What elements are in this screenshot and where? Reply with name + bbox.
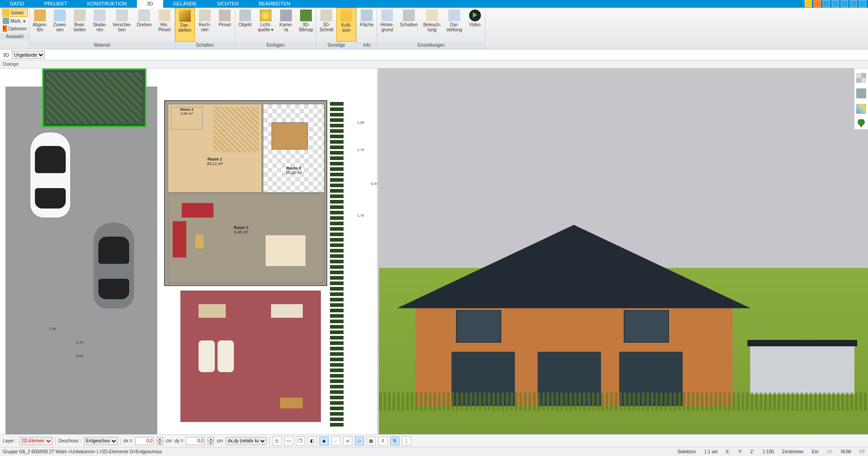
room-4: Raum 42,88 m² (171, 107, 203, 130)
wall-3d (415, 301, 732, 406)
window-3d (624, 310, 669, 343)
snap-grid-icon[interactable]: ◇ (355, 437, 364, 446)
tab-sichten[interactable]: SICHTEN (207, 0, 248, 8)
hash-icon[interactable]: # (378, 437, 388, 446)
dim-label: 2,26 (49, 327, 56, 331)
addon-icon[interactable] (814, 0, 821, 7)
tool-kollision[interactable]: Kolli- sion (336, 8, 356, 42)
sofa-2 (173, 221, 186, 257)
layer-select[interactable]: 2D-Elemen (19, 437, 53, 445)
mode-label: 3D (3, 52, 9, 58)
house-outline: Raum 42,88 m² Raum 120,11 m² Raum 325,00… (164, 100, 327, 286)
furniture-icon[interactable] (856, 88, 866, 98)
status-x: X: (726, 449, 730, 454)
tab-projekt[interactable]: PROJEKT (34, 0, 78, 8)
status-y: Y: (738, 449, 742, 454)
layer-toggle-icon[interactable]: ◧ (308, 437, 317, 446)
tab-gelaende[interactable]: GELÄNDE (163, 0, 207, 8)
snap-mid-icon[interactable]: ⧄ (343, 437, 352, 446)
tab-konstruktion[interactable]: KONSTRUKTION (77, 0, 136, 8)
chair-2 (218, 340, 234, 372)
tab-bearbeiten[interactable]: BEARBEITEN (249, 0, 301, 8)
tool-skalieren[interactable]: Skalie- ren (90, 8, 110, 42)
tool-hintergrund[interactable]: Hinter- grund (377, 8, 397, 42)
help-icon[interactable] (832, 0, 839, 7)
snap-pt-icon[interactable]: ◆ (320, 437, 329, 446)
tool-video[interactable]: Video (465, 8, 485, 42)
dy-input[interactable] (186, 437, 205, 445)
tool-zuweisen[interactable]: Zuwei- sen (50, 8, 70, 42)
grass-front (379, 393, 868, 411)
mark-button[interactable]: Mark.▾ (2, 17, 28, 24)
terrain-select[interactable]: Urgelände (12, 51, 45, 59)
text-cursor-icon[interactable]: ¦ (402, 437, 411, 446)
rel-select[interactable]: dx,dy (relativ ka (226, 437, 267, 445)
unit-cm: cm (166, 438, 172, 443)
tool-verschieben[interactable]: Verschie- ben (110, 8, 134, 42)
materials-icon[interactable] (856, 104, 866, 114)
table (265, 235, 306, 267)
optionen-label: Optionen (8, 26, 27, 31)
minimize-icon[interactable] (841, 0, 848, 7)
dy-spinner[interactable]: ▲▼ (208, 437, 214, 445)
grid-icon[interactable]: ▦ (367, 437, 376, 446)
tab-datei[interactable]: DATEI (0, 0, 34, 8)
tab-3d[interactable]: 3D (137, 0, 163, 8)
bench (271, 304, 303, 318)
coffee-table (195, 235, 204, 248)
close-icon[interactable] (859, 0, 866, 7)
clock-icon[interactable]: ◷ (272, 437, 281, 446)
notify-icon[interactable] (805, 0, 812, 7)
room-3: Raum 325,00 m² (263, 104, 325, 193)
snap-line-icon[interactable]: ⟋ (331, 437, 340, 446)
maximize-icon[interactable] (850, 0, 857, 7)
dim-label: 1,09 (357, 121, 364, 125)
tool-objekt[interactable]: Objekt (235, 8, 255, 42)
tool-flaeche[interactable]: Fläche (357, 8, 377, 42)
menu-bar: DATEI PROJEKT KONSTRUKTION 3D GELÄNDE SI… (0, 0, 868, 8)
settings-icon[interactable] (823, 0, 830, 7)
tool-abgreifen[interactable]: Abgrei- fen (30, 8, 50, 42)
screen-icon[interactable]: ▭ (284, 437, 293, 446)
selekt-button[interactable]: Selekt (2, 9, 28, 17)
unit-cm-2: cm (217, 438, 223, 443)
geschoss-select[interactable]: Erdgeschos (84, 437, 118, 445)
dim-label: 1,76 (357, 148, 364, 152)
status-uf: UF (827, 449, 833, 454)
car-2 (93, 223, 134, 309)
stack-icon[interactable]: ❐ (296, 437, 305, 446)
dim-label: 5,78 (76, 340, 83, 344)
tool-kamera[interactable]: Kame- ra (276, 8, 296, 42)
side-table (280, 398, 303, 408)
house-3d (415, 225, 732, 406)
tree-icon[interactable] (856, 119, 866, 129)
dim-label: 6,97³ (371, 182, 379, 186)
garage-3d (750, 344, 854, 394)
tool-3d-schnitt[interactable]: 3D- Schnitt (316, 8, 336, 42)
layers-icon[interactable] (856, 73, 866, 83)
3d-view[interactable] (379, 68, 868, 438)
play-icon (473, 12, 477, 18)
dx-input[interactable] (135, 437, 154, 445)
car-1 (30, 132, 71, 218)
tool-lichtquelle[interactable]: Licht- quelle ▾ (255, 8, 276, 42)
status-ein: Ein (812, 449, 818, 454)
layer-label: Layer : (3, 438, 17, 443)
tool-3d-bitmap[interactable]: 3D- Bitmap (296, 8, 316, 42)
terrace (180, 291, 321, 422)
floor-plan-view[interactable]: Raum 42,88 m² Raum 120,11 m² Raum 325,00… (0, 68, 379, 438)
tool-darstellen[interactable]: Dar- stellen (175, 8, 195, 42)
tool-bearbeiten[interactable]: Bear- beiten (70, 8, 90, 42)
tool-darstellung[interactable]: Dar- stellung (444, 8, 465, 42)
tool-rechnen[interactable]: Rech- nen (195, 8, 215, 42)
tool-pinsel[interactable]: Pinsel (215, 8, 235, 42)
north-icon[interactable]: N (390, 437, 399, 446)
dx-spinner[interactable]: ▲▼ (157, 437, 163, 445)
dim-label: 1,76 (357, 213, 364, 218)
tool-hin-pinsel[interactable]: Hin. Pinsel (155, 8, 175, 42)
tool-beleuchtung[interactable]: Beleuch- tung (421, 8, 444, 42)
tool-schatten[interactable]: Schatten (397, 8, 420, 42)
chair-1 (199, 340, 215, 372)
tool-drehen[interactable]: Drehen (134, 8, 155, 42)
optionen-button[interactable]: +Optionen (2, 25, 28, 32)
